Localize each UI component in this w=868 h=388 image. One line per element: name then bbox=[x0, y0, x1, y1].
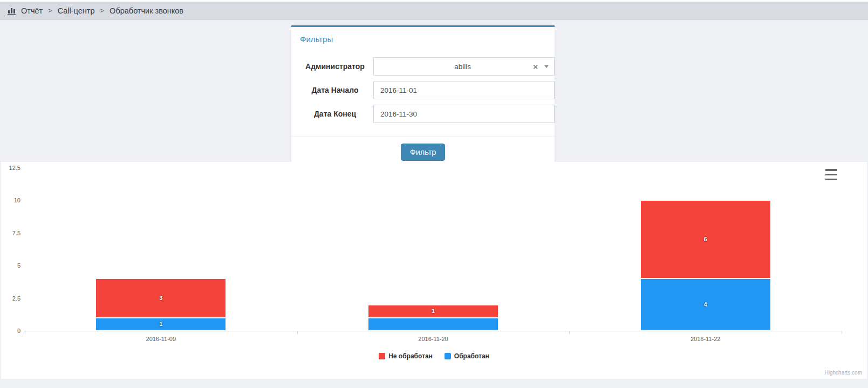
date-start-row: Дата Начало bbox=[300, 81, 546, 99]
date-end-row: Дата Конец bbox=[300, 105, 546, 123]
breadcrumb-separator: > bbox=[47, 6, 53, 15]
legend-swatch-icon bbox=[445, 353, 451, 359]
legend-item[interactable]: Не обработан bbox=[379, 352, 433, 360]
hamburger-icon bbox=[825, 179, 837, 181]
breadcrumb-item-callcenter[interactable]: Call-центр bbox=[58, 6, 95, 15]
bar-chart-icon bbox=[8, 6, 16, 15]
chevron-down-icon[interactable] bbox=[544, 65, 549, 68]
bar-data-label: 6 bbox=[679, 236, 733, 242]
x-axis-category-label: 2016-11-09 bbox=[146, 336, 176, 342]
stacked-column-chart: Highcharts.com 02.557.51012.52016-11-092… bbox=[1, 162, 867, 379]
x-axis-tick bbox=[25, 331, 25, 334]
bar-data-label: 1 bbox=[134, 321, 188, 327]
y-axis-label: 12.5 bbox=[1, 165, 20, 171]
chart-legend: Не обработанОбработан bbox=[1, 352, 867, 360]
legend-label: Не обработан bbox=[388, 352, 433, 360]
filter-submit-button[interactable]: Фильтр bbox=[401, 144, 446, 161]
breadcrumb-separator: > bbox=[100, 6, 105, 15]
date-end-input[interactable] bbox=[373, 105, 555, 123]
breadcrumb-item-report[interactable]: Отчёт bbox=[21, 6, 43, 15]
legend-item[interactable]: Обработан bbox=[445, 352, 489, 360]
breadcrumb-bar: Отчёт > Call-центр > Обработчик звонков bbox=[0, 2, 868, 20]
date-start-label: Дата Начало bbox=[300, 86, 370, 94]
hamburger-icon bbox=[825, 174, 837, 176]
admin-select-value: abills bbox=[374, 63, 530, 71]
highcharts-credit[interactable]: Highcharts.com bbox=[825, 370, 862, 376]
clear-icon[interactable]: × bbox=[530, 63, 541, 71]
filters-title: Фильтры bbox=[300, 35, 333, 44]
filters-panel: Фильтры Администратор abills × Дата Нача… bbox=[291, 25, 555, 168]
legend-swatch-icon bbox=[379, 353, 385, 359]
hamburger-icon bbox=[825, 169, 837, 171]
y-axis-label: 7.5 bbox=[1, 230, 20, 236]
bar-data-label: 4 bbox=[679, 301, 733, 308]
x-axis-line bbox=[25, 331, 842, 331]
date-end-label: Дата Конец bbox=[300, 110, 370, 118]
filters-panel-header: Фильтры bbox=[291, 27, 555, 47]
y-axis-label: 2.5 bbox=[1, 295, 20, 302]
breadcrumb-item-call-handler: Обработчик звонков bbox=[110, 6, 183, 15]
x-axis-category-label: 2016-11-20 bbox=[418, 336, 448, 342]
admin-select[interactable]: abills × bbox=[373, 57, 555, 76]
date-start-input[interactable] bbox=[373, 81, 555, 99]
x-axis-tick bbox=[842, 331, 842, 334]
filters-panel-body: Администратор abills × Дата Начало Дата … bbox=[291, 47, 555, 136]
x-axis-tick bbox=[569, 331, 570, 334]
legend-label: Обработан bbox=[454, 352, 489, 360]
y-axis-label: 5 bbox=[1, 262, 20, 269]
bar-data-label: 1 bbox=[406, 308, 460, 314]
bar-segment[interactable] bbox=[368, 318, 498, 331]
y-axis-label: 10 bbox=[1, 197, 20, 203]
bar-data-label: 3 bbox=[134, 295, 188, 301]
chart-context-menu-button[interactable] bbox=[825, 169, 838, 180]
calls-chart-card: Highcharts.com 02.557.51012.52016-11-092… bbox=[1, 162, 867, 379]
admin-row: Администратор abills × bbox=[300, 57, 546, 76]
x-axis-category-label: 2016-11-22 bbox=[691, 336, 720, 342]
x-axis-tick bbox=[297, 331, 298, 334]
y-axis-label: 0 bbox=[1, 328, 20, 334]
admin-label: Администратор bbox=[300, 62, 370, 71]
